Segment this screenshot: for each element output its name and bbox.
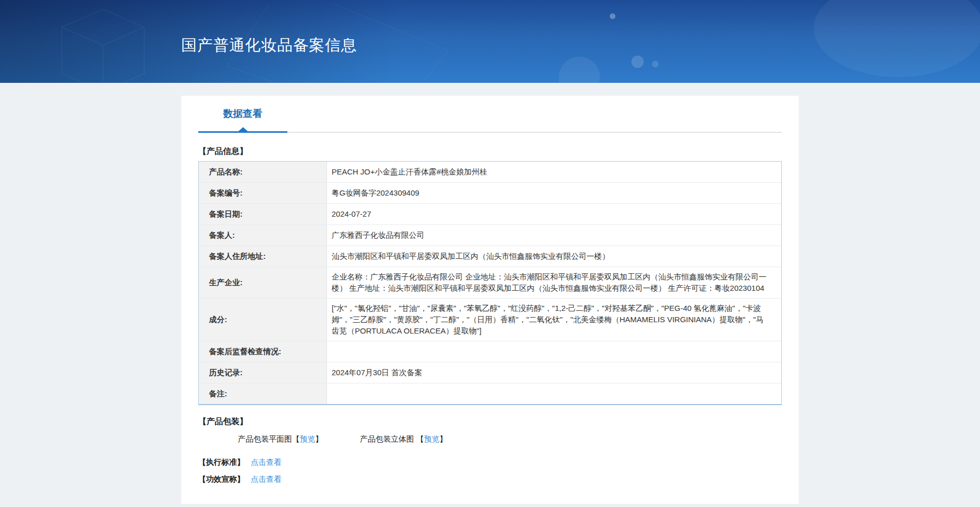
row-value: 粤G妆网备字2024309409 <box>327 183 781 203</box>
circle-decoration <box>610 13 615 19</box>
row-label: 成分: <box>199 299 327 341</box>
tab-bar: 数据查看 <box>198 96 782 133</box>
row-label: 备案人: <box>199 225 327 246</box>
table-row: 生产企业: 企业名称：广东雅西子化妆品有限公司 企业地址：汕头市潮阳区和平镇和平… <box>199 267 781 298</box>
bracket: 】 <box>315 434 323 443</box>
row-label: 备案编号: <box>199 183 327 203</box>
packaging-flat-item: 产品包装平面图【预览】 <box>238 434 323 444</box>
circle-decoration <box>631 56 644 68</box>
efficacy-claim-link[interactable]: 点击查看 <box>251 475 282 484</box>
execution-standard-label: 【执行标准】 <box>198 458 245 467</box>
table-row: 备案日期: 2024-07-27 <box>199 203 781 224</box>
row-label: 产品名称: <box>199 162 327 182</box>
row-value <box>327 383 781 404</box>
execution-standard-link[interactable]: 点击查看 <box>251 458 282 467</box>
content-card: 数据查看 【产品信息】 产品名称: PEACH JO+小金盖止汗香体露#桃金娘加… <box>181 96 799 504</box>
table-row: 历史记录: 2024年07月30日 首次备案 <box>199 362 781 383</box>
bracket: 【 <box>292 434 300 443</box>
bracket: 【 <box>416 434 424 443</box>
product-info-table: 产品名称: PEACH JO+小金盖止汗香体露#桃金娘加州桂 备案编号: 粤G妆… <box>198 161 782 405</box>
row-value: PEACH JO+小金盖止汗香体露#桃金娘加州桂 <box>327 162 781 182</box>
table-row: 产品名称: PEACH JO+小金盖止汗香体露#桃金娘加州桂 <box>199 162 781 182</box>
circle-decoration <box>559 57 600 83</box>
table-row: 备案编号: 粤G妆网备字2024309409 <box>199 182 781 203</box>
row-label: 备注: <box>199 383 327 404</box>
row-value <box>327 341 781 362</box>
tab-caret-icon <box>238 127 248 131</box>
table-row: 备案人住所地址: 汕头市潮阳区和平镇和平居委双凤加工区内（汕头市恒鑫服饰实业有限… <box>199 246 781 267</box>
packaging-flat-preview-link[interactable]: 预览 <box>300 434 315 443</box>
row-label: 历史记录: <box>199 362 327 383</box>
execution-standard-row: 【执行标准】 点击查看 <box>198 458 782 467</box>
page-header: 国产普通化妆品备案信息 <box>0 0 980 83</box>
packaging-3d-label: 产品包装立体图 <box>360 434 416 443</box>
page-title: 国产普通化妆品备案信息 <box>181 35 357 56</box>
packaging-flat-label: 产品包装平面图 <box>238 434 292 443</box>
packaging-links-row: 产品包装平面图【预览】 产品包装立体图 【预览】 <box>198 434 782 444</box>
table-row: 备注: <box>199 383 781 404</box>
tab-label: 数据查看 <box>223 107 263 120</box>
row-value: 广东雅西子化妆品有限公司 <box>327 225 781 246</box>
table-row: 备案人: 广东雅西子化妆品有限公司 <box>199 224 781 246</box>
table-row: 成分: ["水"，"氯化羟铝"，"甘油"，"尿囊素"，"苯氧乙醇"，"红没药醇"… <box>199 298 781 341</box>
efficacy-claim-label: 【功效宣称】 <box>198 475 245 484</box>
section-title-product-info: 【产品信息】 <box>198 146 782 157</box>
circle-decoration <box>814 0 980 77</box>
tab-active-underline <box>198 131 287 133</box>
bracket: 】 <box>439 434 447 443</box>
packaging-3d-preview-link[interactable]: 预览 <box>424 434 439 443</box>
section-title-packaging: 【产品包装】 <box>198 416 782 427</box>
row-value: 2024-07-27 <box>327 204 781 224</box>
row-value: 2024年07月30日 首次备案 <box>327 362 781 383</box>
tab-data-view[interactable]: 数据查看 <box>198 96 287 132</box>
circle-decoration <box>652 61 659 67</box>
efficacy-claim-row: 【功效宣称】 点击查看 <box>198 475 782 484</box>
row-label: 备案日期: <box>199 204 327 224</box>
row-label: 备案人住所地址: <box>199 246 327 267</box>
packaging-3d-item: 产品包装立体图 【预览】 <box>360 434 447 444</box>
row-label: 备案后监督检查情况: <box>199 341 327 362</box>
table-row: 备案后监督检查情况: <box>199 341 781 362</box>
row-value: 企业名称：广东雅西子化妆品有限公司 企业地址：汕头市潮阳区和平镇和平居委双凤加工… <box>327 267 781 298</box>
row-value: 汕头市潮阳区和平镇和平居委双凤加工区内（汕头市恒鑫服饰实业有限公司一楼） <box>327 246 781 267</box>
row-value: ["水"，"氯化羟铝"，"甘油"，"尿囊素"，"苯氧乙醇"，"红没药醇"，"1,… <box>327 299 781 341</box>
row-label: 生产企业: <box>199 267 327 298</box>
